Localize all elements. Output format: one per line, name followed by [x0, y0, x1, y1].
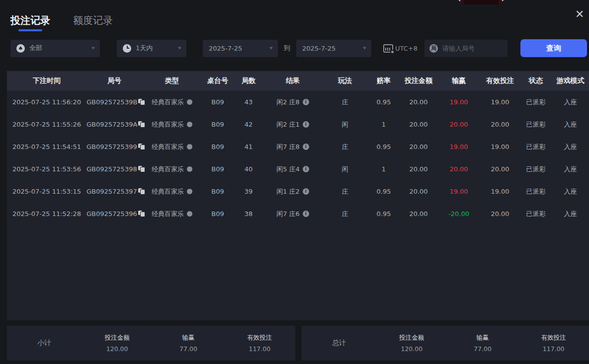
cell-round-id: GB0925725399 — [86, 143, 142, 150]
cell-status: 已派彩 — [520, 210, 552, 218]
cell-valid-bet: 20.00 — [480, 121, 520, 128]
date-to-dropdown[interactable]: 2025-7-25 ▼ — [296, 40, 371, 57]
col-header-result: 结果 — [263, 76, 322, 85]
cell-round-id: GB092572539A — [86, 121, 142, 128]
time-range-dropdown[interactable]: 1天内 ▼ — [117, 40, 186, 57]
copy-icon[interactable] — [140, 166, 142, 172]
type-dot-icon[interactable] — [187, 99, 192, 105]
cell-win-loss: 19.00 — [437, 188, 480, 195]
copy-icon[interactable] — [140, 211, 142, 217]
chevron-down-icon: ▼ — [269, 46, 273, 50]
cell-play: 闲 — [322, 165, 368, 174]
game-type-dropdown[interactable]: ♠ 全部 ▼ — [10, 40, 100, 57]
cell-table-no: B09 — [202, 143, 234, 150]
col-header-table-no: 桌台号 — [202, 76, 234, 85]
cell-status: 已派彩 — [520, 165, 552, 174]
cell-table-no: B09 — [202, 210, 234, 218]
cell-rounds: 43 — [234, 98, 263, 106]
cell-round-id: GB0925725396 — [86, 210, 142, 218]
query-button[interactable]: 查询 — [520, 39, 587, 57]
type-dot-icon[interactable] — [187, 211, 192, 217]
cell-result: 闲1 庄2 i — [263, 187, 322, 196]
cell-odds: 0.95 — [368, 210, 400, 218]
cell-type: 经典百家乐 — [142, 98, 202, 107]
col-header-game-mode: 游戏模式 — [552, 76, 589, 85]
table-row: 2025-07-25 11:53:56 GB0925725398 经典百家乐 B… — [7, 158, 589, 180]
cell-round-id: GB092572539B — [86, 98, 142, 106]
cell-status: 已派彩 — [520, 187, 552, 196]
info-icon[interactable]: i — [303, 188, 309, 195]
close-icon[interactable]: ✕ — [575, 8, 589, 22]
cell-result: 闲2 庄1 i — [263, 120, 322, 129]
copy-icon[interactable] — [140, 99, 142, 105]
timezone-label: UTC+8 — [395, 45, 418, 52]
copy-icon[interactable] — [140, 188, 142, 195]
time-range-value: 1天内 — [136, 44, 153, 53]
type-dot-icon[interactable] — [187, 144, 192, 149]
cell-round-id: GB0925725397 — [86, 188, 142, 195]
total-win-loss: 输赢 77.00 — [447, 334, 518, 353]
cell-bet-amount: 20.00 — [400, 188, 437, 195]
cell-play: 庄 — [322, 143, 368, 151]
cell-time: 2025-07-25 11:56:20 — [7, 98, 86, 106]
info-icon[interactable]: i — [303, 99, 309, 105]
col-header-type: 类型 — [142, 76, 202, 85]
date-from-dropdown[interactable]: 2025-7-25 ▼ — [203, 40, 278, 57]
cell-odds: 0.95 — [368, 143, 400, 150]
cell-odds: 0.95 — [368, 98, 400, 106]
col-header-win-loss: 输赢 — [437, 76, 480, 85]
cell-time: 2025-07-25 11:52:28 — [7, 210, 86, 218]
total-valid-bet: 有效投注 117.00 — [518, 334, 589, 353]
cell-rounds: 38 — [234, 210, 263, 218]
cell-status: 已派彩 — [520, 98, 552, 107]
cell-bet-amount: 20.00 — [400, 210, 437, 218]
cell-rounds: 39 — [234, 188, 263, 195]
cell-type: 经典百家乐 — [142, 165, 202, 174]
cell-result: 闲2 庄8 i — [263, 98, 322, 107]
cell-win-loss: -20.00 — [437, 210, 480, 218]
info-icon[interactable]: i — [303, 144, 309, 150]
cell-play: 庄 — [322, 187, 368, 196]
cell-odds: 0.95 — [368, 188, 400, 195]
tab-quota-records[interactable]: 额度记录 — [73, 14, 113, 32]
cell-valid-bet: 20.00 — [480, 210, 520, 218]
logo-fragment — [458, 0, 504, 4]
timezone-indicator: UTC+8 — [383, 44, 418, 53]
tab-bet-records[interactable]: 投注记录 — [10, 14, 50, 32]
cell-odds: 1 — [368, 121, 400, 128]
info-icon[interactable]: i — [303, 211, 309, 217]
cell-table-no: B09 — [202, 188, 234, 195]
copy-icon[interactable] — [140, 144, 142, 150]
cell-bet-amount: 20.00 — [400, 98, 437, 106]
type-dot-icon[interactable] — [187, 166, 192, 172]
type-dot-icon[interactable] — [187, 122, 192, 127]
total-label: 总计 — [302, 339, 376, 348]
round-icon: 局 — [429, 44, 438, 53]
col-header-play: 玩法 — [322, 76, 368, 85]
cell-play: 闲 — [322, 120, 368, 129]
cell-win-loss: 20.00 — [437, 165, 480, 173]
cell-table-no: B09 — [202, 98, 234, 106]
type-dot-icon[interactable] — [187, 189, 192, 194]
round-number-field: 局 — [424, 40, 507, 57]
table-header-row: 下注时间 局号 类型 桌台号 局数 结果 玩法 赔率 投注金额 输赢 有效投注 … — [7, 71, 589, 91]
round-number-input[interactable] — [442, 45, 497, 52]
date-from-value: 2025-7-25 — [209, 45, 242, 52]
cell-game-mode: 入座 — [552, 143, 589, 151]
cell-result: 闲5 庄4 i — [263, 165, 322, 174]
chevron-down-icon: ▼ — [363, 46, 366, 50]
cell-valid-bet: 19.00 — [480, 188, 520, 195]
col-header-odds: 赔率 — [368, 76, 400, 85]
table-row: 2025-07-25 11:55:26 GB092572539A 经典百家乐 B… — [7, 113, 589, 136]
cell-result: 闲7 庄8 i — [263, 143, 322, 151]
table-body: 2025-07-25 11:56:20 GB092572539B 经典百家乐 B… — [7, 91, 589, 225]
col-header-time: 下注时间 — [7, 76, 86, 85]
cell-type: 经典百家乐 — [142, 143, 202, 151]
cell-table-no: B09 — [202, 165, 234, 173]
info-icon[interactable]: i — [303, 166, 309, 172]
info-icon[interactable]: i — [303, 121, 309, 128]
copy-icon[interactable] — [140, 121, 142, 128]
cell-bet-amount: 20.00 — [400, 143, 437, 150]
cell-win-loss: 19.00 — [437, 143, 480, 150]
cell-game-mode: 入座 — [552, 187, 589, 196]
